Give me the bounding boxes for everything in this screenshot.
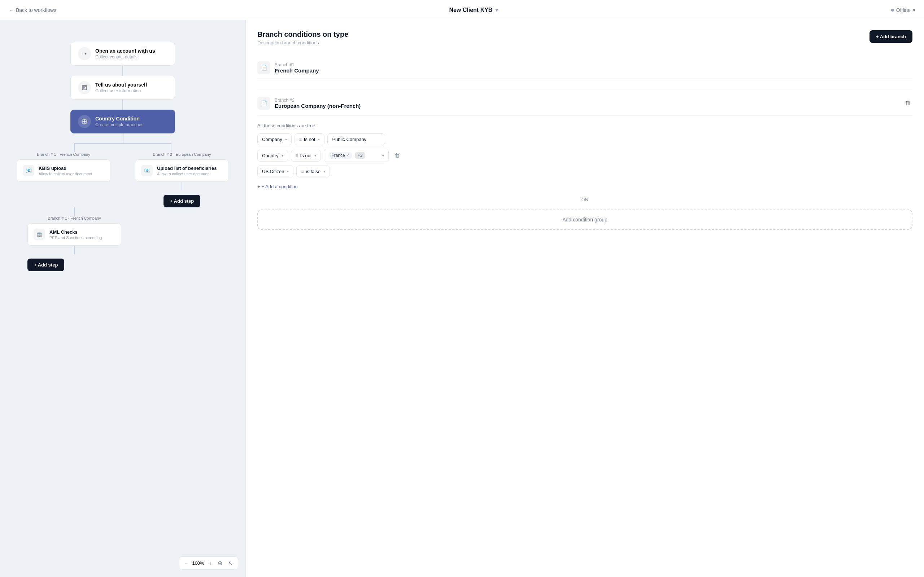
or-divider: OR [257, 197, 913, 202]
connector-1 [122, 66, 123, 76]
title-chevron-icon[interactable]: ▾ [495, 6, 498, 13]
connector-down [123, 134, 123, 143]
branch2-num: Branch #2 [275, 98, 898, 103]
node-tell-yourself-subtitle: Collect user information [95, 89, 147, 93]
connector-h-line [74, 143, 171, 144]
add-condition-group-button[interactable]: Add condition group [257, 210, 913, 230]
uscitizen-chevron-icon: ▾ [287, 169, 289, 174]
company-chevron-icon: ▾ [285, 137, 287, 141]
branch-2-card[interactable]: 📧 Upload list of beneficiaries Allow to … [135, 160, 229, 182]
france-tag-close[interactable]: × [347, 153, 349, 158]
add-step-branch1-button[interactable]: + Add step [27, 259, 64, 271]
uscitizen-operator-label: is false [306, 169, 320, 174]
panel-header: Branch conditions on type Description br… [257, 30, 913, 45]
zoom-pointer-button[interactable]: ↖ [227, 559, 234, 567]
node-open-account-icon: → [78, 47, 91, 60]
branch-2-card-title: Upload list of beneficiaries [157, 166, 216, 171]
branch2-icon: 📄 [257, 97, 270, 110]
uscitizen-op-chevron-icon: ▾ [323, 169, 325, 174]
zoom-out-button[interactable]: − [183, 559, 189, 567]
branch-1-label: Branch # 1 - French Company [37, 152, 90, 156]
branch2-header: 📄 Branch #2 European Company (non-French… [257, 91, 913, 116]
workflow-title: New Client KYB [449, 7, 492, 13]
add-condition-link[interactable]: + + Add a condition [257, 184, 298, 189]
company-field-select[interactable]: Company ▾ [257, 134, 292, 145]
connector-left-down [74, 143, 75, 152]
branch1-section: 📄 Branch #1 French Company [257, 56, 913, 81]
branch-2-card-icon: 📧 [141, 165, 153, 176]
header-title: New Client KYB ▾ [449, 6, 498, 13]
panel-divider [257, 89, 913, 89]
branch2-delete-button[interactable]: 🗑 [904, 98, 913, 108]
company-operator-label: Is not [304, 137, 315, 142]
zoom-level: 100% [192, 561, 204, 566]
branch2-section: 📄 Branch #2 European Company (non-French… [257, 91, 913, 230]
node-country-condition-title: Country Condition [95, 116, 143, 121]
main-layout: → Open an account with us Collect contac… [0, 20, 924, 577]
conditions-label: All these conditions are true [257, 123, 913, 128]
company-operator-select[interactable]: ≡ Is not ▾ [294, 134, 325, 145]
country-op-chevron-icon: ▾ [314, 154, 316, 158]
node-open-account[interactable]: → Open an account with us Collect contac… [70, 42, 175, 66]
back-arrow-icon: ← [9, 7, 14, 13]
branch-1-card-subtitle: Allow to collect user document [39, 172, 92, 176]
branch-area: Branch # 1 - French Company 📧 KBIS uploa… [7, 152, 238, 207]
country-row-delete-button[interactable]: 🗑 [393, 151, 402, 160]
country-value-chevron[interactable]: ▾ [382, 154, 384, 158]
branch1-header: 📄 Branch #1 French Company [257, 56, 913, 81]
condition-row-2: Country ▾ ≡ Is not ▾ France × +3 [257, 149, 913, 162]
node-tell-yourself[interactable]: Tell us about yourself Collect user info… [70, 76, 175, 100]
or-label: OR [582, 197, 589, 202]
back-button[interactable]: ← Back to workflows [9, 7, 56, 13]
zoom-fit-button[interactable]: ⊕ [216, 559, 224, 567]
country-value[interactable]: France × +3 ▾ [324, 149, 389, 162]
list-icon: ≡ [299, 137, 302, 142]
node-open-account-subtitle: Collect contact details [95, 55, 155, 60]
france-tag: France × [328, 152, 352, 159]
branch-column-1: Branch # 1 - French Company 📧 KBIS uploa… [7, 152, 120, 182]
branch1-second-section: Branch # 1 - French Company 🏢 AML Checks… [27, 216, 121, 271]
connector-branch2-down [181, 182, 182, 190]
add-step-branch2-button[interactable]: + Add step [163, 195, 200, 207]
branch1-second-card-title: AML Checks [50, 229, 102, 235]
branch1-icon: 📄 [257, 61, 270, 74]
branch-2-label: Branch # 2 - European Company [153, 152, 211, 156]
extra-tag[interactable]: +3 [355, 152, 366, 159]
panel-title: Branch conditions on type [257, 30, 348, 39]
zoom-in-button[interactable]: + [207, 559, 213, 567]
branch-1-card-icon: 📧 [23, 165, 34, 176]
node-tell-yourself-icon [78, 81, 91, 94]
branch1-second-card-subtitle: PEP and Sanctions screening [50, 235, 102, 240]
zoom-controls: − 100% + ⊕ ↖ [179, 556, 238, 570]
country-field-label: Country [262, 153, 279, 158]
workflow-canvas: → Open an account with us Collect contac… [0, 20, 246, 577]
panel-subtitle: Description branch conditions [257, 40, 348, 45]
uscitizen-field-select[interactable]: US Citizen ▾ [257, 166, 294, 177]
header-status: Offline ▾ [891, 7, 915, 13]
status-chevron-icon[interactable]: ▾ [913, 7, 915, 13]
branch1-second-card[interactable]: 🏢 AML Checks PEP and Sanctions screening [27, 223, 121, 246]
add-branch-button[interactable]: + Add branch [869, 30, 913, 43]
country-chevron-icon: ▾ [281, 154, 283, 158]
connector-branch1-down [74, 207, 75, 216]
country-field-select[interactable]: Country ▾ [257, 150, 288, 161]
back-label: Back to workflows [16, 7, 56, 13]
branch1-second-card-icon: 🏢 [34, 229, 45, 240]
condition-row-3: US Citizen ▾ ≡ is false ▾ [257, 166, 913, 177]
country-operator-select[interactable]: ≡ Is not ▾ [291, 150, 321, 161]
uscitizen-operator-select[interactable]: ≡ is false ▾ [296, 166, 330, 177]
branch1-second-area: Branch # 1 - French Company 🏢 AML Checks… [25, 207, 220, 271]
company-op-chevron-icon: ▾ [318, 137, 320, 141]
company-value-text: Public Company [332, 137, 366, 142]
add-condition-group-label: Add condition group [562, 217, 607, 222]
branch1-num: Branch #1 [275, 62, 319, 68]
node-open-account-title: Open an account with us [95, 48, 155, 54]
branch-connector-h [25, 134, 220, 143]
add-condition-plus-icon: + [257, 184, 260, 189]
country-list-icon: ≡ [296, 153, 298, 158]
branch1-second-label: Branch # 1 - French Company [27, 216, 121, 220]
branch-1-card[interactable]: 📧 KBIS upload Allow to collect user docu… [16, 160, 110, 182]
add-condition-label: + Add a condition [262, 184, 298, 189]
connector-right-down [171, 143, 171, 152]
node-country-condition[interactable]: Country Condition Create multiple branch… [70, 110, 175, 134]
